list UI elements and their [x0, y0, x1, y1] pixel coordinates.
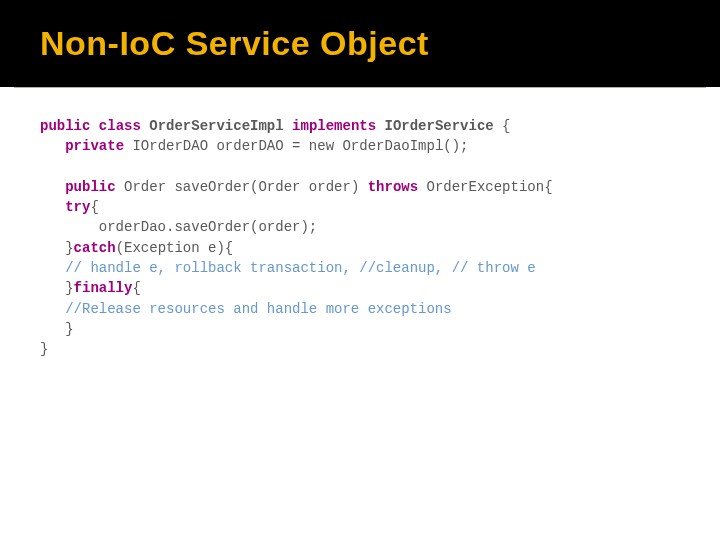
brace: {: [90, 199, 98, 215]
keyword-public: public: [40, 118, 90, 134]
brace: }: [40, 341, 48, 357]
brace: }: [40, 321, 74, 337]
keyword-catch: catch: [74, 240, 116, 256]
keyword-finally: finally: [74, 280, 133, 296]
interface-name: IOrderService: [385, 118, 494, 134]
keyword-try: try: [65, 199, 90, 215]
brace: }: [40, 240, 74, 256]
code-text: orderDao.saveOrder(order);: [40, 219, 317, 235]
keyword-implements: implements: [292, 118, 376, 134]
code-text: OrderException{: [418, 179, 552, 195]
brace: {: [494, 118, 511, 134]
code-text: IOrderDAO orderDAO = new OrderDaoImpl();: [124, 138, 468, 154]
slide: Non-IoC Service Object public class Orde…: [0, 0, 720, 540]
keyword-class: class: [99, 118, 141, 134]
brace: }: [40, 280, 74, 296]
slide-title: Non-IoC Service Object: [40, 24, 429, 62]
brace: {: [132, 280, 140, 296]
code-text: Order saveOrder(Order order): [116, 179, 368, 195]
class-name: OrderServiceImpl: [149, 118, 283, 134]
comment-line: // handle e, rollback transaction, //cle…: [40, 260, 536, 276]
code-text: (Exception e){: [116, 240, 234, 256]
title-bar: Non-IoC Service Object: [0, 0, 720, 87]
keyword-public: public: [65, 179, 115, 195]
code-block: public class OrderServiceImpl implements…: [0, 88, 720, 360]
comment-line: //Release resources and handle more exce…: [40, 301, 452, 317]
keyword-throws: throws: [368, 179, 418, 195]
keyword-private: private: [65, 138, 124, 154]
